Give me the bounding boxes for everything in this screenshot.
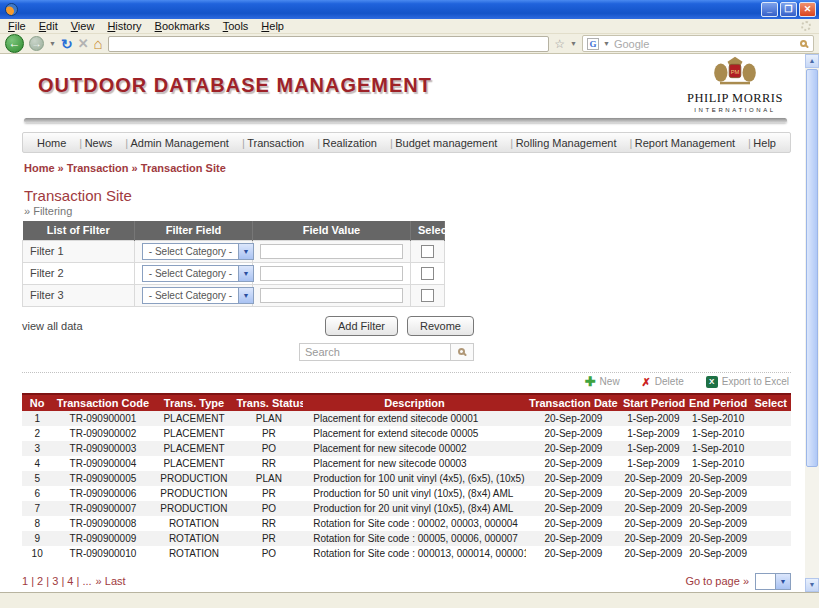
- add-filter-button[interactable]: Add Filter: [325, 316, 398, 336]
- category-select[interactable]: - Select Category - ▼: [142, 287, 254, 304]
- breadcrumb-item[interactable]: Transaction: [67, 162, 141, 174]
- table-row[interactable]: 5 TR-090900005 PRODUCTION PLAN Productio…: [22, 471, 791, 486]
- address-bar[interactable]: [108, 36, 550, 52]
- transactions-column-header: Transaction Code: [52, 394, 153, 411]
- scroll-down-icon[interactable]: ▼: [805, 578, 819, 592]
- cell-end-period: 1-Sep-2010: [686, 411, 751, 426]
- cell-trans-type: PLACEMENT: [154, 456, 235, 471]
- menu-item[interactable]: Edit: [39, 20, 58, 32]
- nav-item[interactable]: News: [85, 137, 128, 149]
- cell-transaction-code: TR-090900007: [52, 501, 153, 516]
- cell-description: Placement for new sitecode 00002: [303, 441, 526, 456]
- new-label: New: [600, 376, 620, 387]
- filter-select-checkbox[interactable]: [421, 289, 434, 302]
- table-row[interactable]: 4 TR-090900004 PLACEMENT RR Placement fo…: [22, 456, 791, 471]
- filter-label: Filter 1: [23, 240, 135, 262]
- excel-icon: X: [706, 376, 718, 388]
- breadcrumb-item[interactable]: Transaction Site: [141, 162, 226, 174]
- nav-item[interactable]: Home: [37, 137, 82, 149]
- nav-item[interactable]: Budget management: [395, 137, 513, 149]
- menu-item[interactable]: History: [107, 20, 141, 32]
- reload-button[interactable]: ↻: [61, 35, 73, 53]
- page-title: Transaction Site: [24, 187, 789, 204]
- engine-dropdown-icon[interactable]: ▼: [603, 40, 610, 47]
- cell-transaction-code: TR-090900003: [52, 441, 153, 456]
- table-row[interactable]: 9 TR-090900009 ROTATION PR Rotation for …: [22, 531, 791, 546]
- back-button[interactable]: ←: [5, 34, 24, 53]
- cell-no: 5: [22, 471, 52, 486]
- nav-item[interactable]: Transaction: [247, 137, 320, 149]
- table-row[interactable]: 3 TR-090900003 PLACEMENT PO Placement fo…: [22, 441, 791, 456]
- page-link[interactable]: 4: [67, 575, 82, 587]
- search-input[interactable]: [299, 343, 451, 361]
- web-search-box[interactable]: G ▼ Google: [582, 35, 814, 52]
- bookmark-star-icon[interactable]: ☆: [554, 37, 565, 51]
- cell-trans-status: PO: [234, 441, 303, 456]
- cell-start-period: 20-Sep-2009: [621, 546, 686, 561]
- close-button[interactable]: ✕: [799, 2, 816, 17]
- table-row[interactable]: 6 TR-090900006 PRODUCTION PR Production …: [22, 486, 791, 501]
- goto-page-select[interactable]: ▼: [755, 573, 791, 590]
- category-select[interactable]: - Select Category - ▼: [142, 243, 254, 260]
- cell-end-period: 1-Sep-2010: [686, 426, 751, 441]
- page-link[interactable]: 3: [52, 575, 67, 587]
- forward-button[interactable]: →: [29, 36, 44, 51]
- history-dropdown-icon[interactable]: ▼: [49, 40, 56, 47]
- restore-button[interactable]: ❐: [780, 2, 797, 17]
- menu-item[interactable]: Tools: [223, 20, 249, 32]
- field-value-input[interactable]: [260, 244, 403, 259]
- header-divider: [24, 118, 787, 123]
- table-row[interactable]: 1 TR-090900001 PLACEMENT PLAN Placement …: [22, 411, 791, 426]
- status-bar: [0, 592, 819, 608]
- table-row[interactable]: 8 TR-090900008 ROTATION RR Rotation for …: [22, 516, 791, 531]
- view-all-data-link[interactable]: view all data: [22, 320, 83, 332]
- page-link[interactable]: 2: [37, 575, 52, 587]
- nav-item[interactable]: Rolling Management: [516, 137, 633, 149]
- menu-item[interactable]: File: [8, 20, 26, 32]
- menu-item[interactable]: Bookmarks: [155, 20, 210, 32]
- filter-select-checkbox[interactable]: [421, 267, 434, 280]
- table-row[interactable]: 2 TR-090900002 PLACEMENT PR Placement fo…: [22, 426, 791, 441]
- stop-button[interactable]: ✕: [78, 35, 89, 53]
- minimize-button[interactable]: _: [761, 2, 778, 17]
- menu-item[interactable]: Help: [261, 20, 284, 32]
- scroll-up-icon[interactable]: ▲: [805, 54, 819, 68]
- filter-select-checkbox[interactable]: [421, 245, 434, 258]
- page-link[interactable]: 1: [22, 575, 37, 587]
- field-value-input[interactable]: [260, 266, 403, 281]
- delete-record-button[interactable]: ✗ Delete: [642, 376, 684, 387]
- cell-transaction-code: TR-090900008: [52, 516, 153, 531]
- vertical-scrollbar[interactable]: ▲ ▼: [805, 54, 819, 592]
- scrollbar-thumb[interactable]: [806, 69, 818, 467]
- google-engine-icon[interactable]: G: [587, 38, 599, 50]
- new-record-button[interactable]: ✚ New: [585, 376, 620, 387]
- cell-select: [750, 471, 791, 486]
- pagination: 1234 ... » Last Go to page » ▼: [22, 573, 791, 590]
- table-row[interactable]: 10 TR-090900010 ROTATION PO Rotation for…: [22, 546, 791, 561]
- breadcrumb-item[interactable]: Home: [24, 162, 67, 174]
- cell-description: Rotation for Site code : 00005, 00006, 0…: [303, 531, 526, 546]
- category-select[interactable]: - Select Category - ▼: [142, 265, 254, 282]
- cell-start-period: 1-Sep-2009: [621, 426, 686, 441]
- field-value-input[interactable]: [260, 288, 403, 303]
- menu-item[interactable]: View: [71, 20, 95, 32]
- table-row[interactable]: 7 TR-090900007 PRODUCTION PO Production …: [22, 501, 791, 516]
- search-button[interactable]: [451, 343, 474, 361]
- export-excel-button[interactable]: X Export to Excel: [706, 376, 789, 388]
- remove-filter-button[interactable]: Revome: [407, 316, 474, 336]
- last-page-link[interactable]: » Last: [96, 575, 126, 587]
- nav-item[interactable]: Report Management: [635, 137, 751, 149]
- field-value-cell: [253, 262, 411, 284]
- search-icon[interactable]: [800, 40, 807, 47]
- nav-item[interactable]: Help: [753, 137, 776, 149]
- nav-item[interactable]: Admin Management: [130, 137, 244, 149]
- cell-end-period: 1-Sep-2010: [686, 456, 751, 471]
- filter-row: Filter 1 - Select Category - ▼: [23, 240, 445, 262]
- cell-no: 10: [22, 546, 52, 561]
- nav-item[interactable]: Realization: [323, 137, 393, 149]
- cell-no: 6: [22, 486, 52, 501]
- bookmark-dropdown-icon[interactable]: ▼: [570, 40, 577, 47]
- cell-transaction-date: 20-Sep-2009: [526, 471, 621, 486]
- home-button[interactable]: ⌂: [94, 35, 103, 53]
- search-icon: [458, 348, 465, 355]
